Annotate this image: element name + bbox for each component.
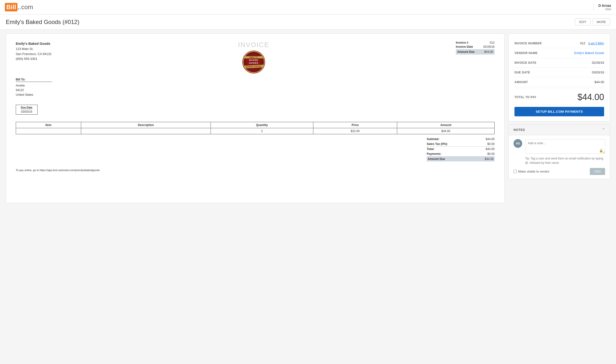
totals-table: Subtotal: $44.00 Sales Tax (0%): $0.00 T…	[427, 137, 495, 161]
vendor-name-row: VENDOR NAME Emily's Baked Goods	[514, 48, 604, 58]
amount-due2-label: Amount Due	[428, 157, 445, 161]
total-row: Total: $44.00	[427, 146, 495, 152]
payment-url: To pay online, go to https://app-test.ca…	[16, 169, 495, 172]
subtotal-row: Subtotal: $44.00	[427, 137, 495, 142]
due-date-row: DUE DATE 03/03/16	[514, 68, 604, 77]
sales-tax-row: Sales Tax (0%): $0.00	[427, 142, 495, 146]
from-address1: 123 Main St.	[16, 47, 33, 51]
inv-date-label: Invoice Date	[456, 45, 473, 49]
inv-number-row: Invoice # 012	[456, 41, 495, 44]
invoice-title-logo: INVOICE EMILY'S BAKED GOODS BAKED GOODS	[238, 41, 269, 73]
inv-date-value: 02/26/16	[483, 45, 495, 49]
page-title: Emily's Baked Goods (#012)	[6, 19, 79, 26]
invoice-panel: Emily's Baked Goods 123 Main St. San Fra…	[6, 33, 504, 203]
payments-row: Payments: $0.00	[427, 152, 495, 156]
bill-to-name: Ameila	[16, 83, 495, 88]
more-button[interactable]: MORE	[592, 18, 610, 26]
inv-number-value: 012	[490, 41, 495, 44]
amount-label: AMOUNT	[514, 80, 528, 84]
lock-icon: 🔒	[599, 149, 603, 152]
title-actions: EDIT MORE	[575, 18, 610, 26]
info-card: INVOICE NUMBER 012 (Last 5 Bills) VENDOR…	[508, 33, 610, 121]
user-name: D Arnaz	[599, 4, 611, 8]
from-address2: San Francisco, CA 94132	[16, 52, 51, 56]
bill-to-section: Bill To: Ameila 94132 United States	[16, 78, 495, 97]
edit-button[interactable]: EDIT	[575, 18, 590, 26]
amount-row: AMOUNT $44.00	[514, 77, 604, 87]
app-logo: Bill . .com	[5, 3, 33, 11]
table-row: 2 $22.00 $44.00	[16, 128, 495, 134]
bill-to-country: United States	[16, 92, 495, 97]
right-panel: INVOICE NUMBER 012 (Last 5 Bills) VENDOR…	[508, 33, 610, 179]
invoice-number-row: INVOICE NUMBER 012 (Last 5 Bills)	[514, 39, 604, 48]
due-date-box-value: 03/03/16	[21, 110, 32, 113]
amount-due2-value: $44.00	[485, 157, 494, 161]
subtotal-value: $44.00	[486, 137, 495, 141]
bill-to-label: Bill To:	[16, 78, 52, 82]
inv-number-label: Invoice #	[456, 41, 468, 44]
total-to-pay-label: TOTAL TO PAY	[514, 95, 536, 99]
invoice-number-label: INVOICE NUMBER	[514, 42, 542, 45]
logo-bottom-banner: BAKED GOODS	[243, 65, 265, 69]
from-phone: (650) 555-3301	[16, 57, 37, 61]
from-name: Emily's Baked Goods	[16, 42, 51, 46]
app-header: Bill . .com D Arnaz Desi	[0, 0, 616, 14]
add-note-button[interactable]: ADD	[590, 168, 605, 175]
sales-tax-value: $0.00	[487, 142, 495, 146]
notes-header: NOTES ⌃	[509, 125, 610, 135]
avatar: AS	[513, 139, 522, 148]
note-textarea[interactable]	[525, 139, 605, 154]
due-date-value: 03/03/16	[592, 71, 604, 74]
vendor-name-label: VENDOR NAME	[514, 51, 538, 55]
total-label: Total:	[427, 147, 435, 151]
invoice-word: INVOICE	[238, 41, 269, 49]
logo-dot: .	[17, 3, 19, 11]
invoice-top: Emily's Baked Goods 123 Main St. San Fra…	[16, 41, 495, 73]
col-qty: Quantity	[211, 122, 313, 128]
user-sub: Desi	[599, 8, 611, 11]
user-info: D Arnaz Desi	[593, 4, 611, 11]
cell-amount: $44.00	[397, 128, 495, 134]
cell-qty: 2	[211, 128, 313, 134]
visible-checkbox-row: Make visible to vendor	[513, 170, 549, 173]
invoice-date-label: INVOICE DATE	[514, 61, 536, 65]
note-footer: Make visible to vendor ADD	[513, 168, 605, 175]
inv-amount-value: $44.00	[484, 50, 493, 53]
cell-price: $22.00	[313, 128, 397, 134]
bill-to-zip: 94132	[16, 88, 495, 92]
logo-main-text: BAKED GOODS	[249, 59, 258, 65]
notes-card: NOTES ⌃ AS 🔒 Tip: Tag a user and send th…	[508, 124, 610, 179]
main-content: Emily's Baked Goods 123 Main St. San Fra…	[0, 30, 616, 207]
notes-title: NOTES	[513, 128, 525, 131]
logo-top-ribbon: EMILY'S	[244, 56, 264, 58]
col-amount: Amount	[397, 122, 495, 128]
amount-due2-row: Amount Due $44.00	[427, 156, 495, 161]
total-to-pay-row: TOTAL TO PAY $44.00	[514, 88, 604, 104]
payments-label: Payments:	[427, 152, 441, 156]
invoice-from-address: Emily's Baked Goods 123 Main St. San Fra…	[16, 41, 51, 62]
inv-date-row: Invoice Date 02/26/16	[456, 45, 495, 49]
setup-payments-button[interactable]: SETUP BILL.COM PAYMENTS	[514, 107, 604, 116]
visible-label: Make visible to vendor	[518, 170, 549, 173]
logo-dotcom: .com	[19, 3, 33, 11]
invoice-number-value: 012 (Last 5 Bills)	[580, 41, 604, 45]
payments-value: $0.00	[487, 152, 495, 156]
amount-value: $44.00	[594, 80, 604, 84]
note-input-row: AS 🔒	[513, 139, 605, 154]
invoice-date-row: INVOICE DATE 02/26/16	[514, 58, 604, 68]
total-value: $44.00	[486, 147, 495, 151]
vendor-name-link[interactable]: Emily's Baked Goods	[574, 51, 604, 55]
collapse-icon[interactable]: ⌃	[602, 128, 605, 132]
col-desc: Description	[81, 122, 211, 128]
inv-amount-row: Amount Due $44.00	[456, 49, 495, 54]
visible-checkbox[interactable]	[513, 170, 517, 173]
due-date-box-label: Due Date	[21, 106, 32, 109]
sales-tax-label: Sales Tax (0%):	[427, 142, 448, 146]
setup-divider	[514, 104, 604, 104]
invoice-details-right: Invoice # 012 Invoice Date 02/26/16 Amou…	[456, 41, 495, 55]
cell-item	[16, 128, 81, 134]
due-date-label: DUE DATE	[514, 71, 530, 74]
last-5-bills-link[interactable]: (Last 5 Bills)	[588, 42, 604, 45]
logo-bill: Bill	[5, 3, 17, 11]
vendor-logo: EMILY'S BAKED GOODS BAKED GOODS	[243, 51, 265, 73]
